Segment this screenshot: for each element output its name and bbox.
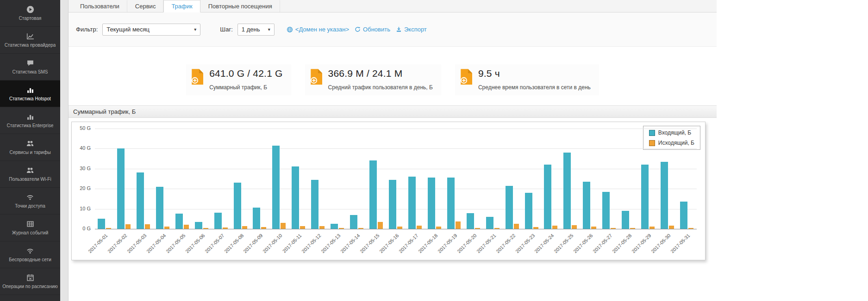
bar-outgoing (514, 224, 519, 229)
step-label: Шаг: (220, 26, 233, 33)
bar-outgoing (145, 224, 150, 229)
bar-chart-icon (26, 86, 34, 94)
domain-link-label: <Домен не указан> (295, 26, 349, 33)
legend-swatch (649, 140, 655, 146)
bar-incoming (195, 222, 202, 229)
sidebar-item-hotspot-stats[interactable]: Статистика Hotspot (0, 80, 60, 107)
bar-outgoing (397, 227, 402, 229)
period-select[interactable]: Текущий месяц ▾ (102, 24, 200, 36)
table-icon (26, 220, 34, 228)
sidebar-item-label: Беспроводные сети (9, 257, 51, 262)
bar-outgoing (300, 226, 305, 229)
bar-incoming (137, 172, 144, 229)
sidebar-item-event-log[interactable]: Журнал событий (0, 215, 60, 241)
bar-outgoing (319, 226, 325, 229)
export-link[interactable]: Экспорт (396, 26, 427, 33)
bar-incoming (486, 217, 493, 229)
sidebar-item-label: Операции по расписанию (2, 284, 58, 289)
bar-incoming (234, 183, 241, 229)
line-chart-icon (26, 32, 34, 40)
stat-value-total-traffic: 641.0 G / 42.1 G (209, 68, 282, 79)
stat-caption-avg-time-online: Среднее время пользователя в сети в день (478, 84, 591, 91)
wifi-icon (26, 247, 34, 255)
bar-outgoing (106, 228, 111, 229)
sidebar-item-label: Статистика провайдера (5, 43, 56, 48)
sidebar-item-label: Стартовая (19, 16, 42, 21)
file-plus-icon (310, 69, 322, 86)
bar-incoming (467, 213, 474, 229)
tab-bar: ПользователиСервисТрафикПовторные посеще… (69, 0, 717, 12)
legend-label: Входящий, Б (658, 129, 691, 136)
sidebar-item-sms-stats[interactable]: Статистика SMS (0, 54, 60, 80)
bar-incoming (661, 162, 668, 229)
legend-item-outgoing: Исходящий, Б (649, 140, 694, 146)
bar-outgoing (223, 227, 228, 229)
bar-incoming (583, 182, 590, 229)
play-icon (26, 6, 34, 13)
bar-incoming (389, 180, 396, 229)
bar-incoming (447, 178, 455, 229)
stat-value-avg-time-online: 9.5 ч (478, 68, 591, 79)
bar-outgoing (494, 228, 500, 229)
gridline (95, 148, 697, 149)
sidebar-item-wifi-users[interactable]: Пользователи Wi-Fi (0, 161, 60, 188)
sidebar: СтартоваяСтатистика провайдераСтатистика… (0, 0, 60, 301)
filter-bar: Фильтр: Текущий месяц ▾ Шаг: 1 день ▾ <Д… (69, 12, 717, 47)
stat-card-total-traffic: 641.0 G / 42.1 G Суммарный трафик, Б (186, 64, 291, 95)
tab-revisits[interactable]: Повторные посещения (200, 0, 280, 12)
y-axis-label: 0 G (72, 226, 91, 231)
traffic-chart: Входящий, БИсходящий, Б 0 G10 G20 G30 G4… (71, 122, 706, 260)
step-select[interactable]: 1 день ▾ (237, 24, 275, 36)
file-plus-icon (460, 69, 472, 86)
bar-incoming (602, 192, 610, 229)
bar-incoming (117, 148, 125, 229)
tab-service[interactable]: Сервис (127, 0, 164, 12)
bar-outgoing (261, 227, 266, 229)
filter-label: Фильтр: (76, 26, 98, 33)
bar-outgoing (533, 227, 538, 229)
sidebar-item-provider-stats[interactable]: Статистика провайдера (0, 27, 60, 54)
chat-icon (26, 59, 34, 67)
chart-panel-title: Суммарный трафик, Б (73, 108, 136, 115)
sidebar-item-services-tariffs[interactable]: Сервисы и тарифы (0, 134, 60, 161)
bar-incoming (641, 165, 649, 229)
tab-users[interactable]: Пользователи (72, 0, 127, 12)
bar-outgoing (688, 228, 693, 229)
bar-outgoing (184, 225, 189, 229)
refresh-icon (355, 26, 361, 32)
bar-outgoing (475, 228, 480, 229)
y-axis-label: 50 G (72, 125, 91, 131)
y-axis-label: 10 G (72, 206, 91, 211)
sidebar-item-label: Сервисы и тарифы (9, 150, 50, 155)
bar-incoming (680, 202, 687, 229)
sidebar-resize-gutter[interactable] (60, 0, 69, 301)
bar-incoming (350, 215, 357, 229)
sidebar-item-start[interactable]: Стартовая (0, 0, 60, 27)
bar-outgoing (552, 226, 557, 229)
stat-card-avg-time-online: 9.5 ч Среднее время пользователя в сети … (455, 64, 599, 95)
sidebar-item-enterprise-stats[interactable]: Статистика Enterprise (0, 107, 60, 134)
bar-incoming (408, 177, 416, 229)
refresh-link[interactable]: Обновить (355, 26, 390, 33)
bar-incoming (563, 153, 571, 229)
bar-incoming (253, 208, 260, 229)
bar-incoming (311, 180, 318, 229)
bar-outgoing (125, 224, 131, 229)
y-axis-label: 30 G (72, 166, 91, 171)
domain-link[interactable]: <Домен не указан> (287, 26, 349, 33)
bar-outgoing (456, 221, 461, 229)
file-plus-icon (191, 69, 203, 86)
bar-outgoing (611, 228, 616, 229)
export-link-label: Экспорт (404, 26, 427, 33)
export-icon (396, 26, 402, 32)
sidebar-item-scheduled-operations[interactable]: Операции по расписанию (0, 268, 60, 295)
wifi-icon (26, 193, 34, 201)
bar-outgoing (203, 228, 208, 229)
tab-traffic[interactable]: Трафик (163, 0, 200, 12)
sidebar-item-wireless-networks[interactable]: Беспроводные сети (0, 241, 60, 268)
app-window: СтартоваяСтатистика провайдераСтатистика… (0, 0, 868, 301)
bar-incoming (98, 219, 105, 229)
legend-label: Исходящий, Б (658, 140, 694, 146)
sidebar-item-access-points[interactable]: Точки доступа (0, 188, 60, 215)
users-icon (26, 166, 34, 174)
